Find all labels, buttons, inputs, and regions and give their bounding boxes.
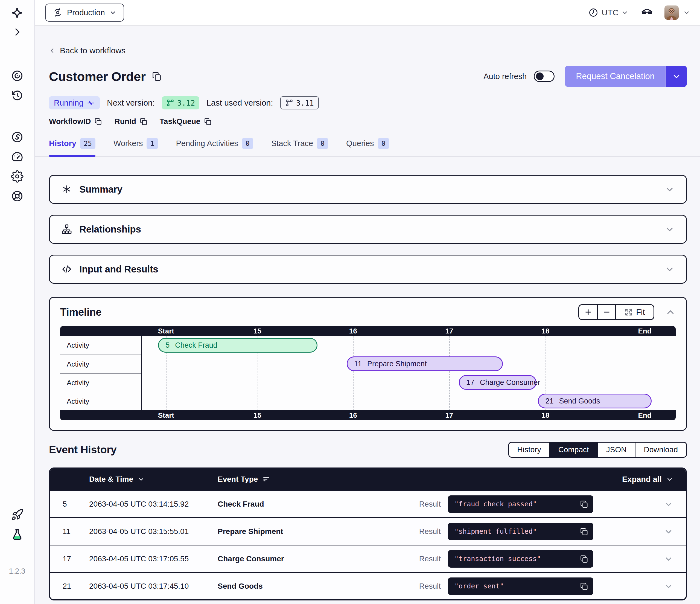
tab-count-badge: 0 — [317, 138, 328, 149]
expand-sidebar-icon[interactable] — [12, 27, 22, 37]
section-summary[interactable]: Summary — [49, 175, 687, 204]
chevron-down-icon[interactable] — [665, 184, 675, 194]
getting-started-rocket-icon[interactable] — [11, 509, 24, 521]
result-label: Result — [419, 527, 441, 536]
tab-workers[interactable]: Workers 1 — [114, 138, 158, 156]
usage-gauge-icon[interactable] — [11, 150, 24, 163]
feedback-glasses-icon[interactable] — [641, 6, 653, 19]
timeline-bar-charge-consumer[interactable]: 17 Charge Consumer — [459, 375, 536, 390]
copy-icon[interactable] — [580, 555, 589, 563]
chevron-down-icon[interactable] — [683, 9, 690, 16]
copy-title-icon[interactable] — [151, 71, 162, 81]
namespace-refresh-icon — [53, 8, 62, 18]
zoom-fit-button[interactable]: Fit — [615, 305, 653, 319]
timezone-label[interactable]: UTC — [602, 8, 619, 17]
chevron-left-icon — [49, 47, 55, 54]
tab-count-badge: 1 — [147, 138, 158, 149]
labs-flask-icon[interactable] — [11, 528, 24, 541]
sort-chevron-icon — [138, 476, 145, 483]
event-row-21[interactable]: 21 2063-04-05 UTC 03:17:45.10 Send Goods… — [50, 572, 686, 599]
asterisk-icon — [61, 184, 72, 195]
app-logo-icon[interactable]: /> — [11, 7, 24, 20]
axis-tick-label: 16 — [349, 411, 357, 420]
column-date-time[interactable]: Date & Time — [89, 475, 218, 484]
chevron-down-icon[interactable] — [664, 582, 673, 591]
git-branch-icon — [285, 99, 293, 107]
copy-icon[interactable] — [580, 582, 589, 590]
chevron-down-icon — [109, 9, 117, 16]
axis-tick-label: 18 — [542, 411, 549, 420]
chevron-down-icon[interactable] — [665, 224, 675, 234]
support-lifebuoy-icon[interactable] — [11, 190, 24, 202]
section-input-and-results[interactable]: Input and Results — [49, 255, 687, 284]
chevron-down-icon — [666, 476, 673, 483]
expand-all-button[interactable]: Expand all — [622, 475, 673, 484]
last-used-version-label: Last used version: — [206, 98, 273, 107]
chevron-down-icon[interactable] — [664, 500, 673, 509]
git-branch-icon — [166, 99, 174, 107]
event-row-5[interactable]: 5 2063-04-05 UTC 03:14:15.92 Check Fraud… — [50, 490, 686, 517]
copy-icon[interactable] — [204, 117, 212, 125]
result-label: Result — [419, 555, 441, 563]
auto-refresh-toggle[interactable] — [534, 71, 554, 82]
namespaces-icon[interactable] — [11, 70, 24, 82]
copy-icon[interactable] — [580, 500, 589, 509]
next-version-badge: 3.12 — [162, 96, 199, 110]
copy-icon[interactable] — [94, 117, 102, 125]
section-relationships[interactable]: Relationships — [49, 215, 687, 244]
minus-icon — [603, 308, 611, 316]
id-item-workflowid: WorkflowID — [49, 117, 102, 126]
plus-icon — [584, 308, 592, 316]
chevron-up-icon[interactable] — [665, 307, 676, 317]
zoom-out-button[interactable] — [597, 305, 615, 319]
copy-icon[interactable] — [140, 117, 148, 125]
timeline-bar-send-goods[interactable]: 21 Send Goods — [538, 394, 652, 408]
timeline-bar-prepare-shipment[interactable]: 11 Prepare Shipment — [347, 357, 503, 371]
id-item-runid: RunId — [114, 117, 147, 126]
view-mode-download[interactable]: Download — [635, 442, 686, 457]
nexus-icon[interactable] — [11, 131, 24, 143]
request-cancelation-button[interactable]: Request Cancelation — [565, 66, 687, 87]
tab-stack-trace[interactable]: Stack Trace 0 — [271, 138, 328, 156]
timeline-row-label: Activity — [60, 392, 141, 410]
tab-pending-activities[interactable]: Pending Activities 0 — [176, 138, 253, 156]
namespace-label: Production — [67, 8, 105, 17]
result-pill: "shipment fulfilled" — [448, 523, 593, 540]
cancelation-menu-button[interactable] — [666, 66, 687, 87]
view-mode-json[interactable]: JSON — [597, 442, 635, 457]
avatar[interactable] — [665, 5, 679, 20]
view-mode-compact[interactable]: Compact — [549, 442, 597, 457]
event-table-header: Date & Time Event Type Expand all — [50, 468, 686, 490]
column-event-type[interactable]: Event Type — [218, 475, 371, 484]
back-link[interactable]: Back to workflows — [49, 46, 126, 55]
copy-icon[interactable] — [580, 527, 589, 536]
tabs: History 25 Workers 1 Pending Activities … — [35, 138, 700, 157]
sitemap-icon — [61, 224, 72, 235]
tab-count-badge: 0 — [242, 138, 253, 149]
result-label: Result — [419, 500, 441, 509]
main-content: Back to workflows Customer Order Auto re… — [35, 26, 700, 604]
timeline-row-label: Activity — [60, 336, 141, 355]
event-row-11[interactable]: 11 2063-04-05 UTC 03:15:55.01 Prepare Sh… — [50, 517, 686, 545]
chevron-down-icon[interactable] — [621, 9, 628, 16]
chevron-down-icon[interactable] — [665, 264, 675, 274]
zoom-in-button[interactable] — [579, 305, 597, 319]
axis-tick-label: Start — [158, 327, 174, 335]
axis-tick-label: 18 — [542, 327, 549, 335]
chevron-down-icon[interactable] — [664, 527, 673, 536]
namespace-selector[interactable]: Production — [45, 4, 124, 22]
timeline-bar-check-fraud[interactable]: 5 Check Fraud — [158, 338, 318, 353]
event-view-switcher: HistoryCompactJSONDownload — [508, 442, 687, 458]
filter-icon — [262, 475, 270, 483]
timeline-axis-top: Start15161718End — [60, 326, 676, 336]
timeline-axis-bottom: Start15161718End — [60, 410, 676, 420]
schedules-history-icon[interactable] — [11, 89, 24, 102]
auto-refresh-label: Auto refresh — [483, 72, 527, 81]
tab-queries[interactable]: Queries 0 — [346, 138, 389, 156]
tab-history[interactable]: History 25 — [49, 138, 95, 156]
view-mode-history[interactable]: History — [509, 442, 549, 457]
timeline-title: Timeline — [60, 306, 101, 318]
chevron-down-icon[interactable] — [664, 554, 673, 563]
settings-gear-icon[interactable] — [11, 170, 24, 183]
event-row-17[interactable]: 17 2063-04-05 UTC 03:17:05.55 Charge Con… — [50, 545, 686, 572]
